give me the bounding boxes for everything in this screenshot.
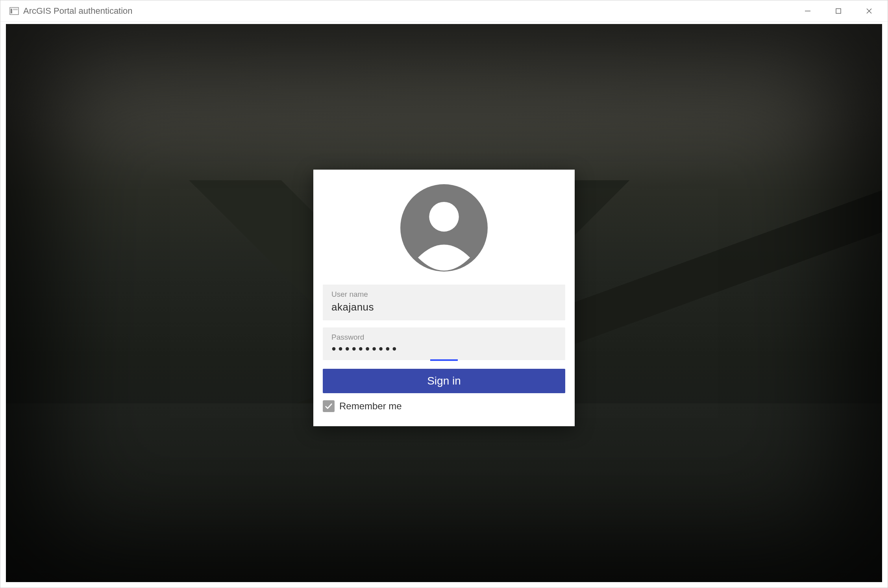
svg-rect-4 — [836, 9, 841, 13]
username-input[interactable] — [331, 301, 557, 313]
content-area: User name Password Sign in Remember me — [6, 24, 882, 582]
window-controls — [792, 2, 884, 20]
password-input[interactable] — [331, 344, 557, 353]
close-button[interactable] — [854, 2, 884, 20]
signin-button[interactable]: Sign in — [323, 369, 565, 393]
svg-point-8 — [429, 202, 459, 232]
password-label: Password — [331, 333, 557, 342]
window-title: ArcGIS Portal authentication — [23, 6, 792, 16]
svg-rect-1 — [11, 9, 12, 13]
password-field[interactable]: Password — [323, 327, 565, 360]
remember-me-label: Remember me — [339, 401, 402, 412]
titlebar: ArcGIS Portal authentication — [0, 0, 888, 22]
user-avatar-icon — [398, 181, 490, 274]
app-icon — [9, 6, 19, 16]
username-label: User name — [331, 290, 557, 299]
login-card: User name Password Sign in Remember me — [313, 170, 575, 426]
remember-me-row: Remember me — [323, 400, 565, 412]
minimize-button[interactable] — [792, 2, 823, 20]
remember-me-checkbox[interactable] — [323, 400, 335, 412]
svg-rect-2 — [13, 9, 18, 10]
maximize-button[interactable] — [823, 2, 854, 20]
app-window: ArcGIS Portal authentication — [0, 0, 888, 588]
username-field[interactable]: User name — [323, 285, 565, 320]
